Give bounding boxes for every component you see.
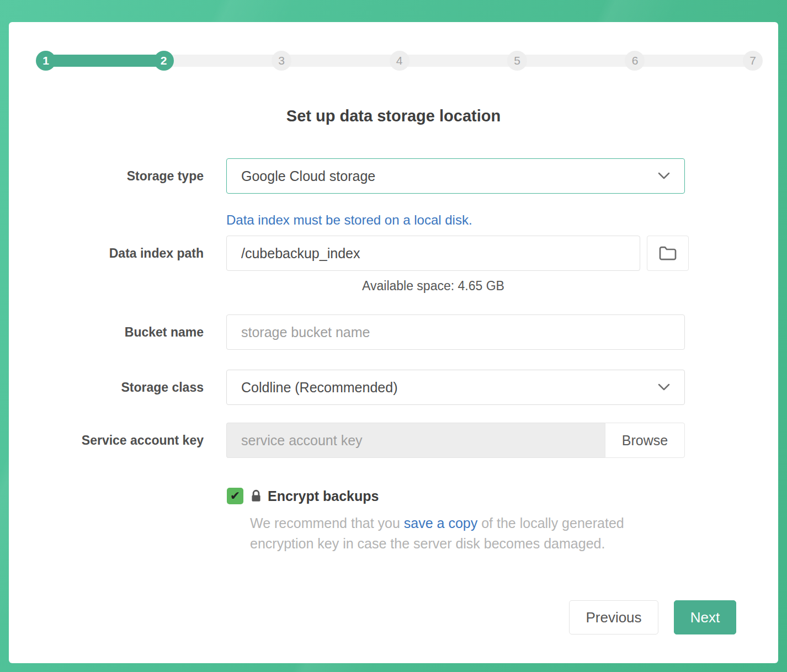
step-2: 2 (154, 51, 174, 71)
storage-class-value: Coldline (Recommended) (241, 380, 397, 396)
service-account-key-input (226, 423, 605, 458)
stepper-progress (46, 55, 164, 67)
storage-type-row: Storage type Google Cloud storage (9, 158, 778, 194)
storage-class-select[interactable]: Coldline (Recommended) (226, 370, 685, 405)
bucket-name-input[interactable] (226, 314, 685, 350)
encrypt-backups-row: ✔ Encrypt backups (227, 488, 778, 504)
data-index-path-row: Data index path (9, 236, 778, 271)
encrypt-backups-label: Encrypt backups (268, 488, 379, 504)
encrypt-description-prefix: We recommend that you (250, 515, 404, 531)
step-7: 7 (743, 51, 763, 71)
save-a-copy-link[interactable]: save a copy (404, 515, 477, 531)
available-space-hint: Available space: 4.65 GB (226, 279, 640, 294)
folder-icon (658, 246, 677, 261)
local-disk-note: Data index must be stored on a local dis… (226, 212, 778, 228)
setup-wizard-card: 1 2 3 4 5 6 7 Set up data storage locati… (9, 22, 778, 663)
step-6: 6 (625, 51, 645, 71)
step-1: 1 (36, 51, 56, 71)
data-index-path-input[interactable] (226, 236, 640, 271)
previous-button[interactable]: Previous (569, 600, 658, 634)
storage-type-select[interactable]: Google Cloud storage (226, 158, 685, 194)
page-title: Set up data storage location (9, 107, 778, 125)
bucket-name-row: Bucket name (9, 314, 778, 350)
storage-class-row: Storage class Coldline (Recommended) (9, 370, 778, 405)
wizard-footer: Previous Next (9, 600, 736, 634)
storage-type-label: Storage type (9, 169, 204, 184)
wizard-stepper: 1 2 3 4 5 6 7 (46, 51, 753, 71)
encrypt-backups-checkbox[interactable]: ✔ (227, 488, 243, 504)
data-index-path-label: Data index path (9, 246, 204, 261)
storage-class-label: Storage class (9, 380, 204, 395)
browse-folder-button[interactable] (647, 236, 689, 271)
browse-key-button[interactable]: Browse (605, 423, 685, 458)
storage-type-value: Google Cloud storage (241, 168, 375, 184)
step-5: 5 (507, 51, 527, 71)
lock-icon (249, 489, 263, 503)
chevron-down-icon (658, 172, 670, 180)
next-button[interactable]: Next (674, 600, 736, 634)
service-account-key-row: Service account key Browse (9, 423, 778, 458)
step-3: 3 (272, 51, 291, 71)
encrypt-description: We recommend that you save a copy of the… (250, 513, 669, 554)
bucket-name-label: Bucket name (9, 325, 204, 340)
service-account-key-label: Service account key (9, 433, 204, 448)
step-4: 4 (390, 51, 410, 71)
chevron-down-icon (658, 383, 670, 391)
